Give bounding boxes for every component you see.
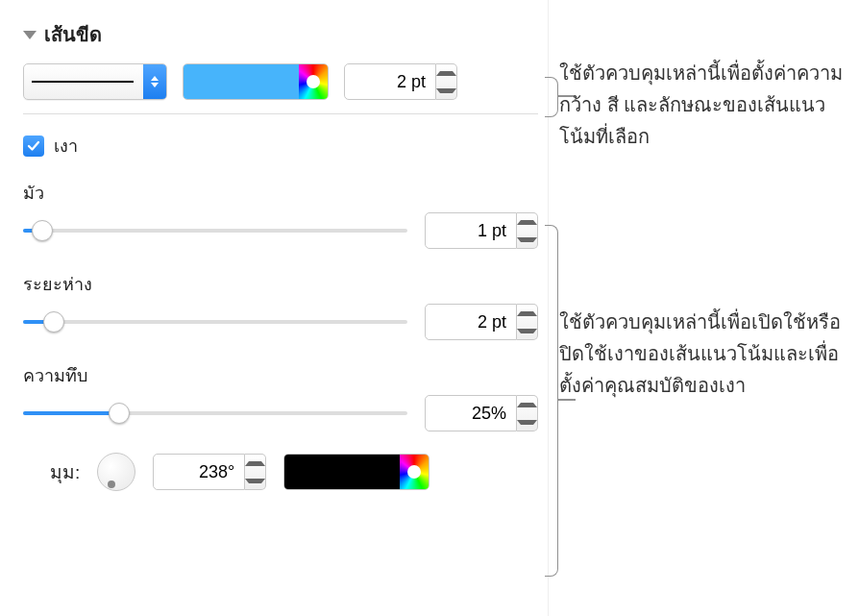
offset-input[interactable] bbox=[425, 304, 517, 340]
blur-row bbox=[23, 212, 538, 249]
slider-thumb[interactable] bbox=[32, 220, 53, 241]
blur-field bbox=[425, 212, 538, 249]
opacity-field bbox=[425, 395, 538, 431]
shadow-callout-text: ใช้ตัวควบคุมเหล่านี้เพื่อเปิดใช้หรือปิดใ… bbox=[559, 307, 843, 402]
shadow-checkbox[interactable] bbox=[23, 136, 44, 157]
stroke-color-swatch bbox=[184, 64, 299, 99]
checkmark-icon bbox=[27, 139, 40, 153]
opacity-stepper[interactable] bbox=[517, 395, 538, 431]
angle-row: มุม: bbox=[23, 453, 538, 491]
color-wheel-icon[interactable] bbox=[400, 455, 429, 489]
slider-track bbox=[23, 229, 407, 233]
stroke-width-field bbox=[344, 63, 457, 100]
callouts-area: ใช้ตัวควบคุมเหล่านี้เพื่อตั้งค่าความกว้า… bbox=[559, 58, 843, 517]
stroke-callout-text: ใช้ตัวควบคุมเหล่านี้เพื่อตั้งค่าความกว้า… bbox=[559, 58, 843, 153]
disclosure-triangle-icon bbox=[23, 31, 37, 39]
opacity-label: ความทึบ bbox=[23, 361, 538, 389]
stroke-section-title: เส้นขีด bbox=[44, 19, 102, 50]
line-style-popup[interactable] bbox=[23, 63, 167, 100]
angle-field bbox=[153, 454, 266, 490]
slider-thumb[interactable] bbox=[109, 403, 130, 424]
angle-indicator-icon bbox=[108, 480, 115, 488]
slider-fill bbox=[23, 411, 119, 415]
stroke-width-input[interactable] bbox=[344, 63, 436, 100]
angle-label: มุม: bbox=[50, 457, 80, 486]
offset-field bbox=[425, 304, 538, 340]
blur-stepper[interactable] bbox=[517, 212, 538, 249]
line-style-preview-icon bbox=[32, 81, 134, 83]
section-divider bbox=[23, 113, 538, 114]
blur-slider[interactable] bbox=[23, 221, 407, 240]
slider-track bbox=[23, 320, 407, 324]
offset-stepper[interactable] bbox=[517, 304, 538, 340]
offset-label: ระยะห่าง bbox=[23, 270, 538, 298]
opacity-input[interactable] bbox=[425, 395, 517, 431]
blur-label: มัว bbox=[23, 179, 538, 207]
angle-stepper[interactable] bbox=[245, 454, 266, 490]
stroke-width-stepper[interactable] bbox=[436, 63, 457, 100]
stroke-controls-row bbox=[23, 63, 538, 100]
offset-row bbox=[23, 304, 538, 340]
opacity-slider[interactable] bbox=[23, 404, 407, 423]
shadow-checkbox-label: เงา bbox=[54, 132, 78, 160]
callout-bracket-icon bbox=[545, 77, 558, 117]
stroke-section-header[interactable]: เส้นขีด bbox=[23, 19, 538, 50]
popup-arrows-icon bbox=[143, 64, 166, 99]
shadow-checkbox-row: เงา bbox=[23, 132, 538, 160]
opacity-row bbox=[23, 395, 538, 431]
format-panel: เส้นขีด เงา มัว bbox=[23, 19, 538, 491]
offset-slider[interactable] bbox=[23, 312, 407, 332]
color-wheel-icon[interactable] bbox=[299, 64, 328, 99]
callout-bracket-icon bbox=[545, 225, 558, 577]
stroke-color-well[interactable] bbox=[183, 63, 329, 100]
shadow-color-swatch bbox=[284, 455, 400, 489]
angle-input[interactable] bbox=[153, 454, 245, 490]
blur-input[interactable] bbox=[425, 212, 517, 249]
angle-knob[interactable] bbox=[97, 453, 135, 491]
shadow-color-well[interactable] bbox=[283, 454, 430, 490]
slider-thumb[interactable] bbox=[43, 311, 64, 333]
